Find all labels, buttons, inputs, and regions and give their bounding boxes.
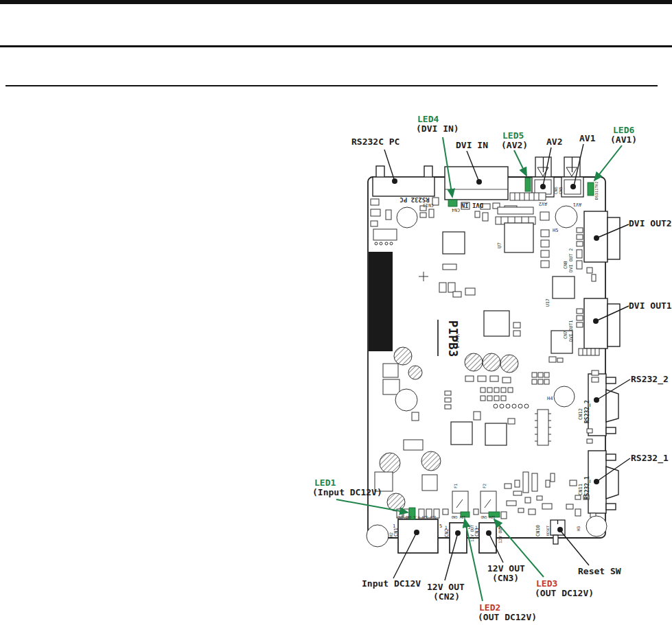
silk-h3: H3 bbox=[576, 526, 581, 531]
callout-av2-label: AV2 bbox=[546, 137, 562, 146]
callout-led4: LED4 (DVI IN) bbox=[416, 115, 459, 134]
callout-led2: LED2 (OUT DC12V) bbox=[478, 603, 537, 622]
callout-dvi-out2-label: DVI OUT2 bbox=[629, 219, 672, 228]
silk-reset: RESET bbox=[546, 526, 550, 536]
silk-cn10: CN10 bbox=[535, 525, 541, 536]
connector-av1 bbox=[561, 157, 583, 197]
callout-led5: LED5 (AV2) bbox=[501, 131, 528, 150]
silk-cn4: CN4 bbox=[452, 207, 460, 213]
callout-led1: LED1 (Input DC12V) bbox=[312, 478, 382, 497]
connector-av2 bbox=[532, 157, 554, 197]
callout-dvi-out2: DVI OUT2 bbox=[629, 219, 672, 228]
callout-12v-out-cn3-label: 12V OUT bbox=[487, 564, 525, 573]
led5-lamp bbox=[525, 178, 531, 191]
callout-12v-out-cn2-sub: (CN2) bbox=[433, 592, 465, 601]
callout-12v-out-cn3-sub: (CN3) bbox=[492, 574, 525, 582]
callout-led4-sub: (DVI IN) bbox=[416, 124, 459, 133]
callout-led4-label: LED4 bbox=[417, 115, 459, 123]
callout-av2: AV2 bbox=[546, 137, 562, 147]
silk-u17: U17 bbox=[545, 298, 551, 307]
silk-cn11: CN11 bbox=[578, 484, 583, 495]
scanned-manual-page: RS232 PC CN13 DVI IN CN4 AV2 AV1 CN6 CN5… bbox=[0, 0, 672, 625]
callout-input-dc12v: Input DC12V bbox=[362, 579, 421, 589]
silk-rs232-1: RS232_1 bbox=[584, 476, 590, 499]
callout-led3-sub: (OUT DC12V) bbox=[535, 589, 594, 598]
connector-rs232-1 bbox=[588, 451, 618, 513]
silk-cn8: CN8 bbox=[563, 261, 568, 269]
black-module bbox=[369, 252, 393, 351]
callout-led2-sub: (OUT DC12V) bbox=[478, 613, 537, 622]
connector-cn1-input-dc12v bbox=[398, 519, 438, 553]
silk-pin1-cn2: 1 bbox=[445, 525, 448, 530]
callout-12v-out-cn2-label: 12V OUT bbox=[427, 582, 465, 591]
silk-cn3-pins: 12V GND bbox=[480, 515, 495, 519]
silk-pin2-cn3: 2 bbox=[498, 525, 501, 530]
connector-dvi-in bbox=[445, 167, 508, 200]
callout-led6-label: LED6 bbox=[613, 126, 637, 134]
silk-cn5: CN5 bbox=[558, 187, 563, 194]
silk-ds311t02: DS311T02 bbox=[594, 182, 599, 200]
callout-reset-sw-label: Reset SW bbox=[578, 567, 621, 576]
silk-h2: H2 bbox=[389, 532, 393, 537]
silk-u7: U7 bbox=[497, 243, 502, 248]
connector-cn2-12v-out bbox=[450, 523, 467, 553]
callout-led2-label: LED2 bbox=[479, 603, 537, 612]
silk-pin2-cn2: 2 bbox=[468, 525, 471, 530]
callout-led6-sub: (AV1) bbox=[610, 135, 637, 144]
callout-av1-label: AV1 bbox=[579, 134, 595, 143]
silk-h4: H4 bbox=[547, 396, 553, 401]
connector-rs232-2 bbox=[588, 374, 618, 436]
silk-h5: H5 bbox=[553, 228, 558, 233]
callout-led6: LED6 (AV1) bbox=[610, 126, 637, 145]
silk-dvi-out2: DVI OUT 2 bbox=[568, 248, 574, 272]
callout-rs232-2: RS232_2 bbox=[631, 375, 669, 384]
callout-led5-label: LED5 bbox=[502, 131, 528, 140]
silk-pin5-cn1: 5 bbox=[439, 523, 442, 529]
silk-cn13: CN13 bbox=[423, 202, 434, 208]
callout-led5-sub: (AV2) bbox=[501, 141, 528, 150]
callout-dvi-out1-label: DVI OUT1 bbox=[629, 301, 672, 310]
callout-rs232-2-label: RS232_2 bbox=[631, 375, 669, 384]
callout-led1-sub: (Input DC12V) bbox=[312, 488, 382, 497]
connector-cn3-12v-out bbox=[479, 523, 496, 553]
silk-dvi-out1: DVI OUT1 bbox=[568, 320, 574, 342]
board-version: Ver.A bbox=[454, 334, 460, 349]
led4-lamp bbox=[448, 200, 457, 207]
callout-av1: AV1 bbox=[579, 134, 595, 143]
callout-rs232c-pc-label: RS232C PC bbox=[351, 137, 399, 146]
callout-rs232-1: RS232_1 bbox=[631, 453, 669, 463]
led6-lamp bbox=[588, 182, 594, 196]
silk-av1: AV1 bbox=[573, 202, 582, 207]
silk-cn7: CN7 bbox=[563, 331, 568, 339]
silk-dvi-in: DVI IN bbox=[461, 202, 484, 209]
silk-cn1-pins: 12V 12V P.G GND GND bbox=[397, 515, 436, 519]
callout-rs232-1-label: RS232_1 bbox=[631, 453, 669, 462]
callout-led1-label: LED1 bbox=[314, 478, 382, 487]
pcb-diagram: RS232 PC CN13 DVI IN CN4 AV2 AV1 CN6 CN5… bbox=[0, 0, 672, 625]
silk-cn2: CN2 bbox=[444, 528, 450, 537]
connector-dvi-out2 bbox=[584, 211, 620, 262]
silk-cn12: CN12 bbox=[578, 408, 583, 420]
connector-rs232c-pc bbox=[373, 166, 435, 196]
silk-cn1: CN1 bbox=[393, 528, 399, 536]
callout-led3: LED3 (OUT DC12V) bbox=[535, 579, 594, 598]
silk-f2: F2 bbox=[482, 483, 487, 488]
callout-dvi-out1: DVI OUT1 bbox=[629, 301, 672, 311]
callout-input-dc12v-label: Input DC12V bbox=[362, 579, 421, 588]
connector-dvi-out1 bbox=[584, 298, 620, 349]
callout-dvi-in-label: DVI IN bbox=[456, 141, 488, 150]
silk-pin1-cn3: 1 bbox=[475, 525, 478, 530]
callout-12v-out-cn3: 12V OUT (CN3) bbox=[487, 564, 525, 583]
reset-switch bbox=[551, 520, 565, 544]
silk-f1: F1 bbox=[453, 483, 458, 488]
callout-12v-out-cn2: 12V OUT (CN2) bbox=[427, 582, 465, 602]
silk-cn6: CN6 bbox=[553, 187, 558, 194]
callout-rs232c-pc: RS232C PC bbox=[351, 137, 399, 147]
callout-reset-sw: Reset SW bbox=[578, 567, 621, 576]
callout-dvi-in: DVI IN bbox=[456, 141, 488, 150]
callout-led3-label: LED3 bbox=[536, 579, 594, 588]
silk-rs232-2: RS232_2 bbox=[584, 400, 590, 423]
silk-pin1-cn1: 1 bbox=[393, 523, 395, 529]
silk-av2: AV2 bbox=[539, 201, 548, 207]
silk-cn2-pins: 12V GND bbox=[451, 515, 465, 519]
